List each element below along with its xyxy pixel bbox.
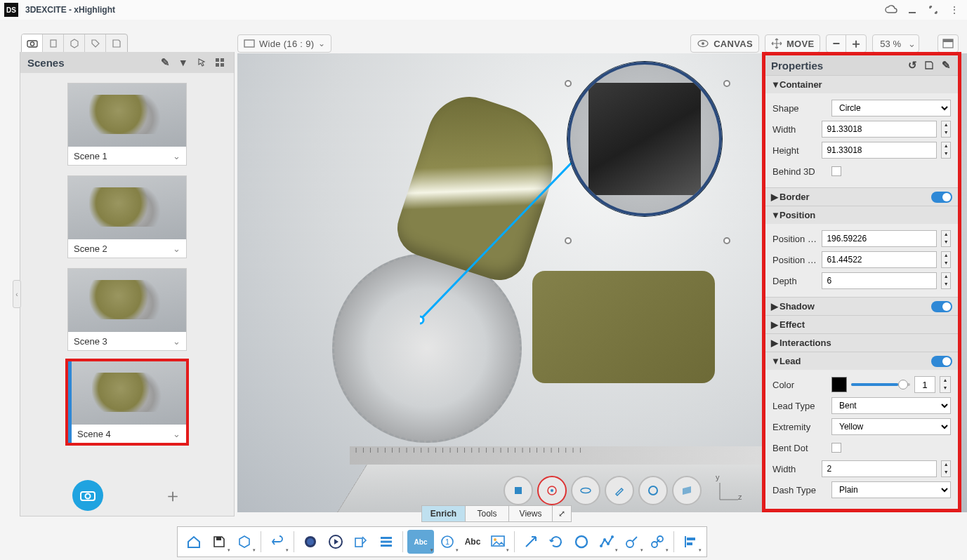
- scene-item-selected[interactable]: Scene 4⌄: [67, 361, 187, 444]
- view-tool-orbit[interactable]: [537, 476, 567, 505]
- section-lead[interactable]: ▼Lead: [765, 352, 958, 370]
- save-icon[interactable]: [923, 59, 935, 72]
- scene-dropdown-icon[interactable]: ▾: [176, 55, 190, 69]
- move-mode[interactable]: MOVE: [765, 34, 820, 53]
- lead-toggle[interactable]: [931, 356, 952, 367]
- mode-tab-tools[interactable]: Tools: [466, 506, 509, 521]
- arrow-button[interactable]: [519, 530, 543, 554]
- reset-icon[interactable]: ↺: [906, 59, 919, 72]
- rotate-button[interactable]: [544, 530, 568, 554]
- lead-width-input[interactable]: [822, 460, 937, 477]
- home-button[interactable]: [182, 530, 206, 554]
- collapse-handle[interactable]: ‹: [13, 280, 21, 308]
- section-container[interactable]: ▼Container: [765, 75, 958, 93]
- scene-label: Scene 3: [74, 336, 107, 347]
- brush-icon[interactable]: ✎: [940, 59, 952, 72]
- mode-tab-expand[interactable]: ⤢: [553, 506, 571, 521]
- clipboard-tab[interactable]: [43, 34, 64, 53]
- section-border[interactable]: ▶Border: [765, 187, 958, 206]
- minimize-button[interactable]: [904, 1, 921, 18]
- scene-item[interactable]: Scene 3⌄: [67, 268, 187, 351]
- zoom-in-button[interactable]: ＋: [846, 35, 866, 52]
- section-interactions[interactable]: ▶Interactions: [765, 333, 958, 352]
- posx-input[interactable]: [822, 230, 937, 247]
- undo-button[interactable]: [265, 530, 289, 554]
- zoom-out-button[interactable]: −: [827, 35, 846, 52]
- number-button[interactable]: 1: [435, 530, 459, 554]
- maximize-button[interactable]: [925, 1, 942, 18]
- lead-opacity-slider[interactable]: [851, 383, 910, 386]
- more-button[interactable]: ⋮: [946, 1, 963, 18]
- section-position[interactable]: ▼Position: [765, 206, 958, 224]
- view-tool-circle[interactable]: [638, 476, 668, 505]
- tag-tab[interactable]: [85, 34, 106, 53]
- capture-scene-button[interactable]: [72, 480, 103, 511]
- add-scene-button[interactable]: ＋: [164, 484, 182, 508]
- container-height-input[interactable]: [822, 142, 937, 159]
- lead-opacity-input[interactable]: [914, 376, 935, 393]
- extremity-select[interactable]: Yellow: [831, 418, 951, 435]
- abc-text-button[interactable]: Abc: [461, 530, 485, 554]
- circle-button[interactable]: [570, 530, 593, 554]
- shadow-toggle[interactable]: [931, 301, 952, 312]
- view-tool-rotate[interactable]: [571, 476, 600, 505]
- render-button[interactable]: [298, 530, 322, 554]
- package-button[interactable]: [232, 530, 256, 554]
- scene-item[interactable]: Scene 2⌄: [67, 175, 187, 258]
- view-tool-square[interactable]: [504, 476, 533, 505]
- chevron-down-icon[interactable]: ⌄: [173, 151, 180, 161]
- panel-toggle-button[interactable]: [938, 34, 959, 53]
- chevron-down-icon[interactable]: ⌄: [173, 336, 180, 347]
- aspect-selector[interactable]: Wide (16 : 9) ⌄: [237, 34, 331, 53]
- picture-button[interactable]: [486, 530, 510, 554]
- cloud-icon[interactable]: [883, 1, 900, 18]
- chevron-down-icon[interactable]: ⌄: [173, 429, 180, 439]
- abc-badge-button[interactable]: Abc: [407, 530, 434, 554]
- lead-width-label: Width: [772, 464, 817, 474]
- posy-input[interactable]: [822, 251, 937, 268]
- bentdot-checkbox[interactable]: [831, 443, 841, 453]
- posx-spinner[interactable]: ▲▼: [941, 230, 951, 247]
- depth-spinner[interactable]: ▲▼: [941, 272, 951, 289]
- grid-icon[interactable]: [213, 55, 227, 69]
- behind3d-checkbox[interactable]: [831, 166, 841, 176]
- container-width-input[interactable]: [822, 121, 937, 138]
- save-tab[interactable]: [106, 34, 127, 53]
- scene-item[interactable]: Scene 1⌄: [67, 83, 187, 166]
- lead-width-spinner[interactable]: ▲▼: [941, 460, 951, 477]
- polyline-button[interactable]: [595, 530, 619, 554]
- opacity-spinner[interactable]: ▲▼: [940, 376, 951, 393]
- border-toggle[interactable]: [931, 192, 952, 203]
- canvas-mode[interactable]: CANVAS: [690, 34, 759, 53]
- cursor-icon[interactable]: [195, 55, 209, 69]
- chevron-down-icon[interactable]: ⌄: [173, 244, 180, 254]
- camera-tab[interactable]: [22, 34, 43, 53]
- save-button[interactable]: [207, 530, 231, 554]
- shape-select[interactable]: Circle: [831, 100, 951, 116]
- view-tool-plane[interactable]: [672, 476, 702, 505]
- callout-circle[interactable]: [567, 62, 722, 216]
- align-button[interactable]: [678, 530, 702, 554]
- posy-spinner[interactable]: ▲▼: [941, 251, 951, 268]
- play-button[interactable]: [324, 530, 348, 554]
- mode-tab-views[interactable]: Views: [509, 506, 553, 521]
- link-button[interactable]: [645, 530, 669, 554]
- scene-edit-icon[interactable]: ✎: [158, 55, 172, 69]
- export-button[interactable]: [349, 530, 373, 554]
- zoom-percent[interactable]: 53 % ⌄: [872, 34, 919, 53]
- app-logo: DS: [4, 3, 18, 17]
- mode-tab-enrich[interactable]: Enrich: [422, 506, 466, 521]
- width-spinner[interactable]: ▲▼: [941, 121, 951, 138]
- cube-tab[interactable]: [64, 34, 85, 53]
- lead-color-swatch[interactable]: [831, 377, 847, 392]
- annot-button[interactable]: [620, 530, 644, 554]
- depth-input[interactable]: [822, 272, 937, 289]
- view-tool-edit[interactable]: [605, 476, 634, 505]
- leadtype-select[interactable]: Bent: [831, 397, 951, 414]
- list-button[interactable]: [374, 530, 398, 554]
- zoom-controls[interactable]: − ＋: [826, 34, 867, 53]
- dash-select[interactable]: Plain: [831, 481, 951, 498]
- section-effect[interactable]: ▶Effect: [765, 315, 958, 333]
- section-shadow[interactable]: ▶Shadow: [765, 297, 958, 315]
- height-spinner[interactable]: ▲▼: [941, 142, 951, 159]
